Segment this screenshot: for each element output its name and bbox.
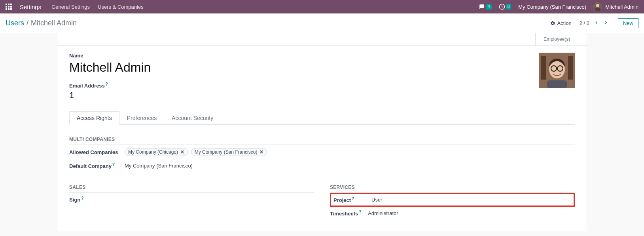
tab-account-security[interactable]: Account Security	[164, 111, 221, 125]
timesheets-label: Timesheets?	[330, 210, 368, 217]
help-icon[interactable]: ?	[112, 162, 115, 167]
section-services: SERVICES	[330, 185, 575, 193]
company-tag[interactable]: My Company (Chicago)✕	[125, 148, 188, 156]
svg-rect-0	[6, 4, 7, 5]
app-name[interactable]: Settings	[20, 4, 41, 10]
svg-rect-5	[10, 6, 12, 8]
company-selector[interactable]: My Company (San Francisco)	[518, 4, 586, 10]
breadcrumb-current: Mitchell Admin	[31, 19, 77, 27]
chevron-right-icon	[604, 20, 608, 25]
nav-users-companies[interactable]: Users & Companies	[98, 4, 144, 10]
svg-rect-6	[6, 8, 7, 10]
section-multi-companies: MULTI COMPANIES	[69, 137, 575, 145]
tab-preferences[interactable]: Preferences	[119, 111, 164, 125]
project-value[interactable]: User	[371, 197, 382, 203]
highlight-project: Project? User	[330, 193, 575, 207]
chat-icon	[478, 4, 485, 10]
pager: 2 / 2	[580, 19, 610, 27]
company-tag-label: My Company (Chicago)	[128, 149, 178, 155]
email-label-text: Email Address	[69, 83, 105, 89]
clock-icon	[499, 4, 505, 10]
messages-button[interactable]: 4	[478, 4, 492, 10]
email-label: Email Address?	[69, 82, 151, 89]
timesheets-label-text: Timesheets	[330, 211, 358, 217]
activities-badge: 8	[506, 4, 511, 10]
help-icon[interactable]: ?	[106, 82, 108, 86]
remove-tag-icon[interactable]: ✕	[180, 149, 184, 155]
project-label-text: Project	[333, 197, 351, 203]
default-company-label: Default Company?	[69, 162, 125, 169]
name-value[interactable]: Mitchell Admin	[69, 60, 151, 75]
tab-access-rights[interactable]: Access Rights	[69, 111, 119, 125]
user-name: Mitchell Admin	[605, 4, 638, 10]
timesheets-value[interactable]: Administrator	[368, 210, 398, 216]
svg-rect-4	[8, 6, 9, 8]
pager-prev[interactable]	[593, 19, 600, 27]
tabs: Access Rights Preferences Account Securi…	[69, 111, 575, 125]
activities-button[interactable]: 8	[499, 4, 511, 10]
avatar-large[interactable]	[539, 53, 575, 88]
gear-icon	[550, 21, 555, 26]
action-button[interactable]: Action	[550, 20, 572, 26]
svg-rect-2	[10, 4, 12, 5]
name-label: Name	[69, 53, 151, 59]
svg-rect-16	[568, 56, 573, 80]
user-menu[interactable]: Mitchell Admin	[593, 2, 638, 11]
help-icon[interactable]: ?	[81, 196, 83, 200]
sign-label-text: Sign	[69, 197, 80, 203]
stat-employees[interactable]: Employee(s)	[535, 33, 587, 45]
svg-rect-15	[541, 56, 546, 80]
form-sheet: Employee(s) Name Mitchell Admin Email Ad…	[57, 33, 587, 232]
pager-next[interactable]	[602, 19, 610, 27]
stat-employees-label: Employee(s)	[544, 36, 570, 42]
help-icon[interactable]: ?	[359, 210, 361, 214]
new-button[interactable]: New	[618, 18, 638, 28]
svg-point-11	[596, 4, 599, 7]
svg-rect-8	[10, 8, 12, 10]
control-panel: Users / Mitchell Admin Action 2 / 2 New	[0, 13, 644, 33]
topbar: Settings General Settings Users & Compan…	[0, 0, 644, 13]
section-sales: SALES	[69, 185, 314, 193]
project-label: Project?	[333, 196, 371, 203]
nav-general-settings[interactable]: General Settings	[51, 4, 90, 10]
avatar-small	[593, 2, 602, 11]
svg-rect-21	[547, 80, 567, 88]
breadcrumb-parent[interactable]: Users	[6, 19, 24, 27]
svg-rect-12	[595, 8, 600, 11]
default-company-value[interactable]: My Company (San Francisco)	[125, 163, 193, 169]
company-tag[interactable]: My Company (San Francisco)✕	[191, 148, 267, 156]
breadcrumb: Users / Mitchell Admin	[6, 19, 77, 27]
svg-rect-7	[8, 8, 9, 10]
breadcrumb-separator: /	[27, 19, 28, 27]
svg-rect-1	[8, 4, 9, 5]
chevron-left-icon	[594, 20, 599, 25]
allowed-companies-value[interactable]: My Company (Chicago)✕ My Company (San Fr…	[125, 148, 269, 156]
default-company-label-text: Default Company	[69, 164, 112, 169]
action-label: Action	[557, 20, 572, 26]
sign-label: Sign?	[69, 196, 125, 203]
allowed-companies-label: Allowed Companies	[69, 149, 125, 155]
help-icon[interactable]: ?	[352, 196, 354, 201]
messages-badge: 4	[486, 4, 492, 10]
company-tag-label: My Company (San Francisco)	[195, 149, 258, 155]
pager-text[interactable]: 2 / 2	[580, 20, 589, 26]
remove-tag-icon[interactable]: ✕	[259, 149, 263, 155]
svg-rect-3	[6, 6, 7, 8]
apps-icon[interactable]	[6, 4, 12, 10]
email-value[interactable]: 1	[69, 90, 151, 101]
